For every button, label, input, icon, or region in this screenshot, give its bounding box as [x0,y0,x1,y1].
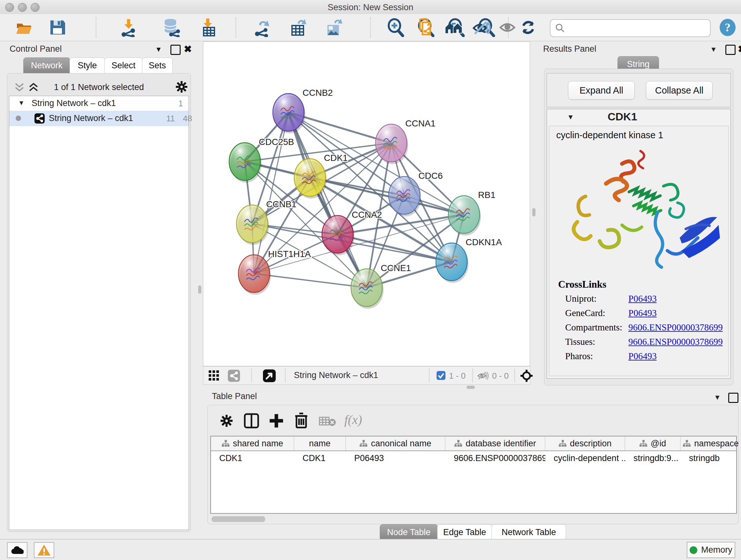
import-database-icon[interactable] [162,18,181,37]
export-network-icon[interactable] [252,18,271,37]
memory-label: Memory [701,545,732,555]
crosslink-value-link[interactable]: P06493 [628,294,657,304]
network-node-rb1[interactable]: RB1 [448,190,495,236]
crosslink-row: Tissues:9606.ENSP00000378699 [549,335,728,350]
network-edge[interactable] [288,112,367,288]
column-type-icon [359,440,367,447]
gene-detail-box: cyclin-dependent kinase 1 [549,126,729,376]
export-table-icon[interactable] [289,18,308,37]
collection-label: String Network – cdk1 [31,98,116,108]
collection-expander-icon[interactable]: ▼ [18,99,24,107]
gene-collapse-icon[interactable]: ▼ [567,113,574,121]
results-panel-float-icon[interactable]: ▼ [710,45,717,54]
toolbar-separator [235,17,236,38]
network-edge-count: 48 [183,114,192,124]
column-header-canonical-name[interactable]: canonical name [346,436,446,450]
tab-edge-table[interactable]: Edge Table [437,524,492,541]
zoom-in-icon[interactable] [386,18,405,37]
column-header-database-identifier[interactable]: database identifier [446,436,545,450]
column-header-label: namespace [694,439,739,449]
open-in-window-icon[interactable] [263,369,276,382]
delete-column-icon[interactable] [293,412,309,429]
node-label: CDC25B [259,137,294,147]
column-header-name[interactable]: name [294,436,346,450]
column-header-shared-name[interactable]: shared name [211,436,294,450]
table-settings-gear-icon[interactable] [219,414,234,428]
crosslink-value-link[interactable]: P06493 [628,351,657,361]
network-row-selected[interactable]: String Network – cdk1 11 48 [9,111,189,126]
network-canvas[interactable]: CCNB2CCNA1CDC25BCDK1CDC6RB1CCNB1CCNA2CDK… [203,42,530,366]
network-collection-row[interactable]: ▼ String Network – cdk1 1 [9,96,189,111]
import-table-icon[interactable] [199,18,218,37]
column-header-description[interactable]: description [545,436,625,450]
control-panel-float-icon[interactable]: ▼ [155,45,162,54]
network-options-gear-icon[interactable] [175,80,189,94]
network-node-cdc6[interactable]: CDC6 [389,171,443,216]
tab-network-table[interactable]: Network Table [491,524,566,541]
save-session-icon[interactable] [48,18,67,37]
show-columns-icon[interactable] [244,413,259,429]
vertical-splitter-handle[interactable] [198,286,201,294]
tab-style[interactable]: Style [70,57,105,74]
search-input[interactable] [550,19,711,37]
vertical-splitter-handle[interactable] [532,208,536,216]
table-cell: stringdb [681,451,741,465]
node-label: CCNA2 [352,210,382,220]
tab-network[interactable]: Network [23,57,70,74]
crosslink-value-link[interactable]: P06493 [628,308,657,318]
open-session-icon[interactable] [14,18,33,37]
crosslinks-title: CrossLinks [558,279,606,290]
function-builder-icon: f(x) [344,412,362,427]
network-node-hist1h1a[interactable]: HIST1H1A [239,249,311,295]
results-panel-close-icon[interactable]: ✖ [738,44,741,55]
results-panel-undock-icon[interactable] [725,45,736,55]
warning-status-button[interactable] [34,542,54,558]
network-share-view-icon[interactable] [227,369,240,382]
network-node-cdkn1a[interactable]: CDKN1A [436,237,502,283]
network-graph[interactable]: CCNB2CCNA1CDC25BCDK1CDC6RB1CCNB1CCNA2CDK… [203,42,530,366]
gene-symbol: CDK1 [608,111,637,123]
gene-section: ▼ CDK1 cyclin-dependent kinase 1 [547,109,731,379]
export-image-icon[interactable] [325,18,344,37]
selected-checkbox-icon[interactable] [436,371,446,380]
zoom-out-icon[interactable] [416,18,435,37]
network-node-ccne1[interactable]: CCNE1 [351,263,411,309]
table-horizontal-scrollbar[interactable] [212,516,265,522]
control-panel-undock-icon[interactable] [171,45,181,55]
memory-button[interactable]: Memory [687,542,735,558]
column-header-label: name [309,439,331,449]
refresh-icon[interactable] [519,18,537,37]
crosslink-row: Compartments:9606.ENSP00000378699 [549,321,728,335]
zoom-selected-icon[interactable] [477,18,496,37]
column-type-icon [683,440,691,447]
import-network-icon[interactable] [119,18,138,37]
help-icon[interactable]: ? [719,18,737,37]
table-panel-float-icon[interactable]: ▼ [714,393,721,401]
tab-sets[interactable]: Sets [142,57,173,74]
expand-all-button[interactable]: Expand All [568,81,635,100]
column-header-namespace[interactable]: namespace [681,436,741,450]
cloud-status-button[interactable] [7,542,27,558]
current-network-dot-icon [16,116,21,121]
crosslink-label: GeneCard: [565,308,605,318]
column-header--id[interactable]: @id [625,436,681,450]
collapse-all-button[interactable]: Collapse All [646,81,713,100]
zoom-fit-icon[interactable] [447,18,466,37]
crosslink-value-link[interactable]: 9606.ENSP00000378699 [628,336,723,347]
grid-view-icon[interactable] [208,370,220,381]
node-label: CCNE1 [381,263,411,273]
network-node-ccnb1[interactable]: CCNB1 [237,199,296,245]
crosslink-value-link[interactable]: 9606.ENSP00000378699 [628,322,723,333]
column-type-icon [221,440,230,447]
tab-select[interactable]: Select [105,57,143,74]
control-panel-close-icon[interactable]: ✖ [184,44,192,55]
network-node-ccnb2[interactable]: CCNB2 [273,88,333,133]
table-row[interactable]: CDK1CDK1P064939606.ENSP00000378699cyclin… [211,451,736,465]
birds-eye-view-icon[interactable] [520,369,533,382]
results-panel: Results Panel ▼ ✖ String Expand All Coll… [536,41,741,389]
crosslinks-list: Uniprot:P06493GeneCard:P06493Compartment… [549,292,728,364]
tab-node-table[interactable]: Node Table [380,524,438,541]
table-panel-undock-icon[interactable] [728,393,738,403]
network-node-count: 11 [166,114,175,124]
add-column-icon[interactable] [268,413,284,429]
